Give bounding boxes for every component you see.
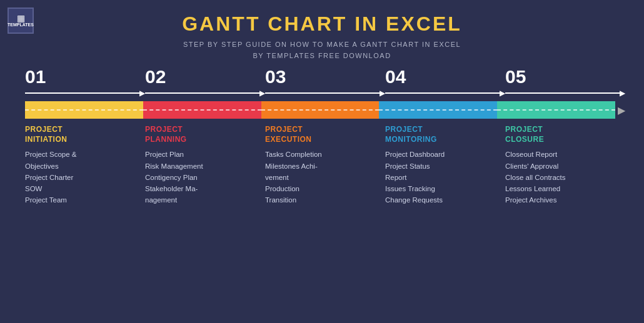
list-item: nagement bbox=[145, 195, 260, 206]
list-item: Project Team bbox=[25, 195, 140, 206]
logo-text: TEMPLATES bbox=[8, 22, 34, 27]
subtitle-line1: STEP BY STEP GUIDE ON HOW TO MAKE A GANT… bbox=[183, 41, 461, 48]
phase-num-2: 02 bbox=[145, 67, 166, 86]
list-item: Transition bbox=[265, 195, 380, 206]
list-item: Project Plan bbox=[145, 149, 260, 160]
arrow-line-5: ▶ bbox=[505, 89, 625, 97]
phase-num-3: 03 bbox=[265, 67, 286, 86]
phase-title-4: PROJECTMONITORING bbox=[385, 125, 500, 144]
phase-col-1: PROJECTINITIATION Project Scope & Object… bbox=[25, 125, 145, 206]
phase-title-3: PROJECTEXECUTION bbox=[265, 125, 380, 144]
list-item: Production bbox=[265, 184, 380, 194]
arrow-head-2: ▶ bbox=[259, 89, 265, 97]
main-container: ▦ TEMPLATES GANTT CHART IN EXCEL STEP BY… bbox=[0, 0, 644, 323]
list-item: Lessons Learned bbox=[505, 184, 620, 194]
list-item: Close all Contracts bbox=[505, 172, 620, 183]
logo: ▦ TEMPLATES bbox=[8, 7, 34, 34]
line-3 bbox=[265, 92, 381, 94]
phase-items-5: Closeout Report Clients' Approval Close … bbox=[505, 149, 620, 206]
phase-col-2: PROJECTPLANNING Project Plan Risk Manage… bbox=[145, 125, 265, 206]
dashed-line-3 bbox=[261, 109, 380, 111]
timeline-seg-4 bbox=[379, 101, 497, 119]
arrow-head-3: ▶ bbox=[380, 89, 385, 97]
arrow-line-3: ▶ bbox=[265, 89, 385, 97]
phase-title-5: PROJECTCLOSURE bbox=[505, 125, 620, 144]
phase-items-1: Project Scope & Objectives Project Chart… bbox=[25, 149, 140, 206]
phase-title-2: PROJECTPLANNING bbox=[145, 125, 260, 144]
gantt-area: 01 ▶ 02 ▶ 03 ▶ bbox=[19, 67, 625, 206]
phase-items-2: Project Plan Risk Management Contigency … bbox=[145, 149, 260, 206]
list-item: Closeout Report bbox=[505, 149, 620, 160]
main-title: GANTT CHART IN EXCEL bbox=[19, 12, 625, 36]
dashed-line-1 bbox=[25, 109, 143, 111]
dashed-line-2 bbox=[143, 109, 261, 111]
list-item: Clients' Approval bbox=[505, 161, 620, 172]
list-item: Stakeholder Ma- bbox=[145, 184, 260, 194]
arrow-line-1: ▶ bbox=[25, 89, 145, 97]
line-1 bbox=[25, 92, 141, 94]
list-item: Milestones Achi- bbox=[265, 161, 380, 172]
timeline-seg-5 bbox=[497, 101, 615, 119]
list-item: Project Archives bbox=[505, 195, 620, 206]
phase-number-2: 02 ▶ bbox=[145, 67, 265, 97]
logo-icon: ▦ bbox=[17, 14, 25, 22]
list-item: Report bbox=[385, 172, 500, 183]
arrow-head-4: ▶ bbox=[500, 89, 505, 97]
timeline-seg-3 bbox=[261, 101, 380, 119]
phase-title-1: PROJECTINITIATION bbox=[25, 125, 140, 144]
phase-number-5: 05 ▶ bbox=[505, 67, 625, 97]
dashed-line-4 bbox=[379, 109, 497, 111]
arrow-line-2: ▶ bbox=[145, 89, 265, 97]
list-item: Objectives bbox=[25, 161, 140, 172]
dashed-line-5 bbox=[497, 109, 615, 111]
phase-col-4: PROJECTMONITORING Project Dashboard Proj… bbox=[385, 125, 505, 206]
phase-col-3: PROJECTEXECUTION Tasks Completion Milest… bbox=[265, 125, 385, 206]
phase-num-5: 05 bbox=[505, 67, 526, 86]
list-item: Project Status bbox=[385, 161, 500, 172]
line-2 bbox=[145, 92, 261, 94]
timeline-end-arrow: ▶ bbox=[618, 104, 625, 116]
phases-content: PROJECTINITIATION Project Scope & Object… bbox=[19, 125, 625, 206]
phase-items-3: Tasks Completion Milestones Achi- vement… bbox=[265, 149, 380, 206]
phase-col-5: PROJECTCLOSURE Closeout Report Clients' … bbox=[505, 125, 625, 206]
list-item: Project Dashboard bbox=[385, 149, 500, 160]
subtitle: STEP BY STEP GUIDE ON HOW TO MAKE A GANT… bbox=[19, 39, 625, 61]
list-item: Project Scope & bbox=[25, 149, 140, 160]
phase-numbers-row: 01 ▶ 02 ▶ 03 ▶ bbox=[19, 67, 625, 97]
list-item: Change Requests bbox=[385, 195, 500, 206]
phase-items-4: Project Dashboard Project Status Report … bbox=[385, 149, 500, 206]
phase-num-1: 01 bbox=[25, 67, 46, 86]
timeline-bar: ▶ bbox=[25, 101, 625, 119]
arrow-head-5: ▶ bbox=[620, 89, 625, 97]
phase-number-3: 03 ▶ bbox=[265, 67, 385, 97]
list-item: Issues Tracking bbox=[385, 184, 500, 194]
phase-number-4: 04 ▶ bbox=[385, 67, 505, 97]
line-4 bbox=[385, 92, 501, 94]
list-item: SOW bbox=[25, 184, 140, 194]
phase-number-1: 01 ▶ bbox=[25, 67, 145, 97]
arrow-head-1: ▶ bbox=[139, 89, 145, 97]
line-5 bbox=[505, 92, 621, 94]
list-item: Tasks Completion bbox=[265, 149, 380, 160]
arrow-line-4: ▶ bbox=[385, 89, 505, 97]
timeline-seg-2 bbox=[143, 101, 261, 119]
header: GANTT CHART IN EXCEL STEP BY STEP GUIDE … bbox=[19, 12, 625, 61]
list-item: Risk Management bbox=[145, 161, 260, 172]
timeline-seg-1 bbox=[25, 101, 143, 119]
list-item: Contigency Plan bbox=[145, 172, 260, 183]
list-item: Project Charter bbox=[25, 172, 140, 183]
phase-num-4: 04 bbox=[385, 67, 406, 86]
list-item: vement bbox=[265, 172, 380, 183]
subtitle-line2: BY TEMPLATES FREE DOWNLOAD bbox=[253, 52, 391, 59]
